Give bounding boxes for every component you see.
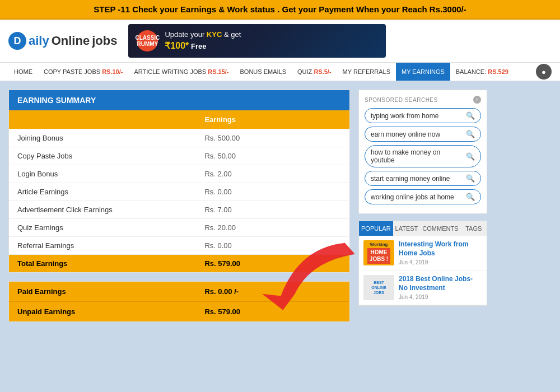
nav-quiz[interactable]: QUIZ RS.5/- (292, 63, 337, 81)
blog-title-1[interactable]: Interesting Work from Home Jobs (399, 240, 482, 258)
table-row: Article Earnings Rs. 0.00 (9, 183, 349, 201)
popular-box: POPULAR LATEST COMMENTS TAGS Working HOM… (358, 221, 487, 306)
banner-text: STEP -11 Check your Earnings & Work stat… (94, 4, 466, 14)
ad-logo-icon: CLASSICRUMMY (137, 30, 158, 52)
blog-item-2: BESTONLINEJOBS 2018 Best Online Jobs- No… (359, 270, 487, 305)
search-item-4[interactable]: start earning money online 🔍 (365, 171, 481, 186)
earnings-table-header: Earnings (9, 110, 349, 129)
ad-text: Update your KYC & get ₹100* Free (165, 30, 241, 53)
table-row: Copy Paste Jobs Rs. 50.00 (9, 147, 349, 165)
top-banner: STEP -11 Check your Earnings & Work stat… (0, 0, 560, 20)
search-item-5[interactable]: working online jobs at home 🔍 (365, 189, 481, 204)
search-icon: 🔍 (466, 174, 475, 183)
search-icon: 🔍 (466, 111, 475, 120)
nav-home[interactable]: HOME (8, 63, 38, 81)
table-row: Login Bonus Rs. 2.00 (9, 165, 349, 183)
logo-jobs: jobs (92, 34, 117, 48)
logo-online: Online (52, 34, 90, 48)
blog-date-2: Jun 4, 2019 (399, 294, 482, 300)
search-icon: 🔍 (466, 152, 475, 161)
nav-copy-paste[interactable]: COPY PASTE JOBS RS.10/- (38, 63, 128, 81)
site-logo: D aily Online jobs (8, 32, 117, 50)
tab-comments[interactable]: COMMENTS (420, 221, 460, 236)
main-content: EARNING SUMMARY Earnings Joining Bonus R… (0, 81, 560, 392)
nav-referrals[interactable]: MY REFERRALS (337, 63, 396, 81)
logo-d-icon: D (8, 32, 26, 50)
sponsored-searches-box: SPONSORED SEARCHES i typing work from ho… (358, 90, 487, 214)
popular-tabs: POPULAR LATEST COMMENTS TAGS (359, 221, 487, 236)
table-row: Joining Bonus Rs. 500.00 (9, 129, 349, 147)
blog-thumb-1: Working HOMEJOBS ! (363, 240, 394, 265)
blog-title-2[interactable]: 2018 Best Online Jobs- No Investment (399, 275, 482, 292)
red-arrow-icon (244, 236, 367, 326)
navigation: HOME COPY PASTE JOBS RS.10/- ARTICLE WRI… (0, 63, 560, 81)
tab-tags[interactable]: TAGS (461, 221, 487, 236)
ad-banner[interactable]: CLASSICRUMMY Update your KYC & get ₹100*… (128, 24, 386, 58)
tab-popular[interactable]: POPULAR (359, 221, 393, 236)
blog-item-1: Working HOMEJOBS ! Interesting Work from… (359, 236, 487, 270)
left-column: EARNING SUMMARY Earnings Joining Bonus R… (8, 90, 350, 392)
header: D aily Online jobs CLASSICRUMMY Update y… (0, 20, 560, 63)
earnings-col-label (9, 110, 196, 129)
earning-summary-title: EARNING SUMMARY (9, 90, 349, 110)
nav-my-earnings[interactable]: MY EARNINGS (396, 63, 450, 81)
table-row: Advertisement Click Earnings Rs. 7.00 (9, 201, 349, 219)
blog-content-2: 2018 Best Online Jobs- No Investment Jun… (399, 275, 482, 300)
table-row: Quiz Earnings Rs. 20.00 (9, 219, 349, 237)
nav-bonus-emails[interactable]: BONUS EMAILS (235, 63, 292, 81)
search-icon: 🔍 (466, 193, 475, 201)
blog-date-1: Jun 4, 2019 (399, 259, 482, 265)
right-column: SPONSORED SEARCHES i typing work from ho… (358, 90, 487, 392)
logo-daily: aily (29, 34, 49, 48)
search-item-2[interactable]: earn money online now 🔍 (365, 127, 481, 142)
search-icon: 🔍 (466, 130, 475, 138)
nav-balance: BALANCE: RS.529 (450, 63, 514, 81)
nav-article-writing[interactable]: ARTICLE WRITING JOBS RS.15/- (128, 63, 234, 81)
paid-unpaid-container: Paid Earnings Rs. 0.00 /- Unpaid Earning… (8, 281, 350, 322)
search-item-3[interactable]: how to make money on youtube 🔍 (365, 145, 481, 167)
tab-latest[interactable]: LATEST (393, 221, 421, 236)
nav-user-icon[interactable]: ● (536, 64, 552, 80)
earnings-col-value: Earnings (196, 110, 349, 129)
sponsored-label: SPONSORED SEARCHES i (365, 96, 481, 104)
search-item-1[interactable]: typing work from home 🔍 (365, 108, 481, 123)
blog-thumb-2: BESTONLINEJOBS (363, 275, 394, 300)
info-icon[interactable]: i (473, 96, 481, 104)
blog-content-1: Interesting Work from Home Jobs Jun 4, 2… (399, 240, 482, 265)
